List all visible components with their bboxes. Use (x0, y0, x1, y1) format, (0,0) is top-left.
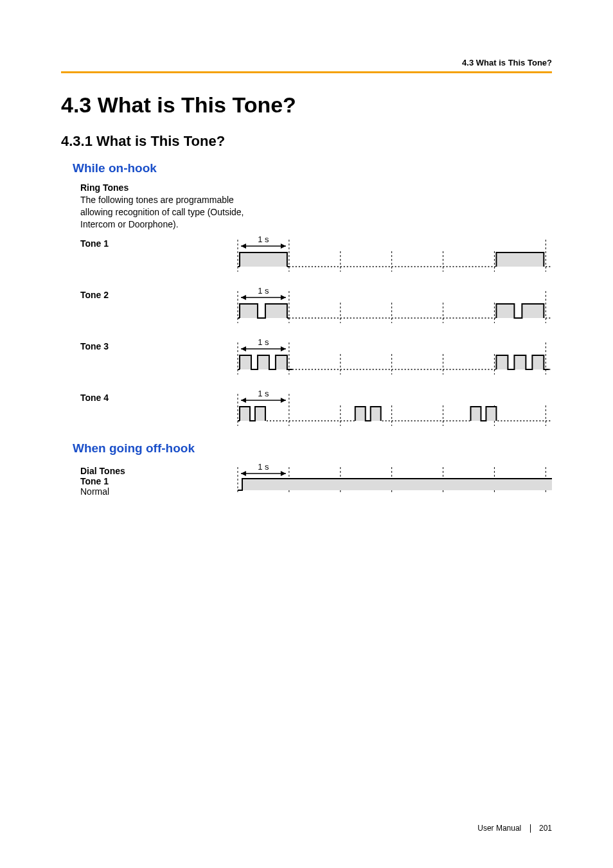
ring-tone-4-row: Tone 4 1 s (80, 389, 552, 429)
section-on-hook-title: While on-hook (73, 161, 552, 175)
svg-marker-15 (241, 295, 246, 300)
dial-tone1-sub: Normal (80, 486, 228, 497)
time-label: 1 s (258, 286, 269, 296)
time-label: 1 s (258, 235, 269, 244)
dial-tone1-label: Tone 1 (80, 476, 228, 486)
tone1-label: Tone 1 (80, 238, 109, 249)
svg-marker-30 (281, 346, 286, 351)
ring-tone-2-row: Tone 2 1 s (80, 286, 552, 326)
ring-tone-3-diagram: 1 s (228, 337, 552, 377)
ring-tone-1-row: Tone 1 1 s (80, 235, 552, 274)
footer-divider (530, 824, 531, 833)
svg-marker-56 (241, 471, 246, 476)
section-off-hook-title: When going off-hook (73, 441, 552, 456)
footer-page-number: 201 (539, 824, 552, 833)
page-footer: User Manual 201 (477, 824, 552, 833)
ring-tones-desc: The following tones are programmable all… (80, 194, 260, 231)
ring-tone-3-row: Tone 3 1 s (80, 337, 552, 377)
time-label: 1 s (258, 389, 269, 398)
svg-marker-29 (241, 346, 246, 351)
tone2-label: Tone 2 (80, 290, 109, 300)
dial-tones-header: Dial Tones (80, 466, 228, 476)
dial-tone-1-row: Dial Tones Tone 1 Normal 1 s (80, 462, 552, 497)
svg-marker-43 (281, 398, 286, 403)
svg-marker-16 (281, 295, 286, 300)
ring-tones-header: Ring Tones (80, 182, 260, 194)
svg-rect-65 (242, 479, 552, 490)
page-title-h2: 4.3.1 What is This Tone? (61, 133, 552, 150)
page-title-h1: 4.3 What is This Tone? (61, 93, 552, 118)
time-label: 1 s (258, 337, 269, 347)
ring-tone-2-diagram: 1 s (228, 286, 552, 326)
tone4-label: Tone 4 (80, 393, 109, 403)
divider-orange (61, 71, 552, 73)
ring-tone-1-diagram: 1 s (228, 235, 552, 274)
breadcrumb: 4.3 What is This Tone? (61, 58, 552, 67)
ring-tone-4-diagram: 1 s (228, 389, 552, 429)
footer-manual-label: User Manual (477, 824, 521, 833)
svg-marker-1 (241, 244, 246, 249)
svg-marker-42 (241, 398, 246, 403)
dial-tone-1-diagram: 1 s (228, 462, 552, 494)
svg-marker-2 (281, 244, 286, 249)
tone3-label: Tone 3 (80, 341, 109, 351)
svg-marker-57 (281, 471, 286, 476)
time-label: 1 s (258, 462, 269, 472)
